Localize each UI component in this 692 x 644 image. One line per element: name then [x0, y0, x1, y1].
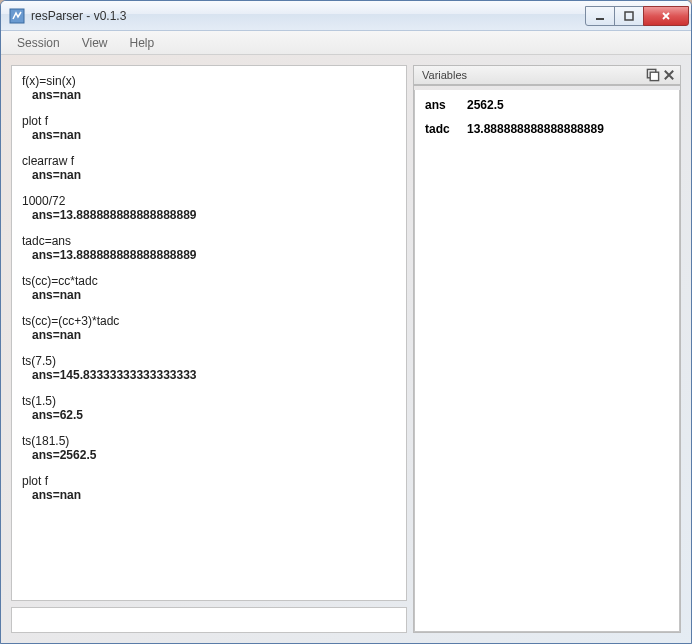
menu-view[interactable]: View [72, 33, 118, 53]
variable-value: 2562.5 [467, 98, 504, 112]
window-title: resParser - v0.1.3 [31, 9, 586, 23]
console-input-line: tadc=ans [22, 234, 396, 248]
console-entry: f(x)=sin(x)ans=nan [22, 74, 396, 102]
menu-session[interactable]: Session [7, 33, 70, 53]
app-window: resParser - v0.1.3 Session View Help f(x… [0, 0, 692, 644]
app-icon [9, 8, 25, 24]
variables-panel-title: Variables [422, 69, 467, 81]
console-entry: ts(cc)=cc*tadcans=nan [22, 274, 396, 302]
console-output-line: ans=nan [22, 328, 396, 342]
svg-rect-4 [650, 72, 658, 80]
variables-panel-header[interactable]: Variables [413, 65, 681, 85]
console-entry: plot fans=nan [22, 114, 396, 142]
maximize-button[interactable] [614, 6, 644, 26]
console-output-line: ans=2562.5 [22, 448, 396, 462]
console-input-line: clearraw f [22, 154, 396, 168]
console-entry: plot fans=nan [22, 474, 396, 502]
variable-value: 13.888888888888888889 [467, 122, 604, 136]
menu-help[interactable]: Help [120, 33, 165, 53]
console-output[interactable]: f(x)=sin(x)ans=nanplot fans=nanclearraw … [11, 65, 407, 601]
console-input-line: ts(cc)=cc*tadc [22, 274, 396, 288]
variables-panel: ans2562.5tadc13.888888888888888889 [414, 90, 680, 632]
close-button[interactable] [643, 6, 689, 26]
console-entry: ts(7.5)ans=145.83333333333333333 [22, 354, 396, 382]
menubar: Session View Help [1, 31, 691, 55]
console-output-line: ans=13.888888888888888889 [22, 208, 396, 222]
svg-rect-2 [625, 12, 633, 20]
console-input-line: ts(1.5) [22, 394, 396, 408]
console-output-line: ans=145.83333333333333333 [22, 368, 396, 382]
console-entry: 1000/72ans=13.888888888888888889 [22, 194, 396, 222]
command-input[interactable] [11, 607, 407, 633]
console-input-line: plot f [22, 114, 396, 128]
console-entry: ts(cc)=(cc+3)*tadcans=nan [22, 314, 396, 342]
undock-icon[interactable] [646, 68, 660, 82]
console-input-line: 1000/72 [22, 194, 396, 208]
close-panel-icon[interactable] [662, 68, 676, 82]
window-buttons [586, 6, 689, 26]
left-column: f(x)=sin(x)ans=nanplot fans=nanclearraw … [11, 65, 407, 633]
console-input-line: ts(cc)=(cc+3)*tadc [22, 314, 396, 328]
console-output-line: ans=nan [22, 88, 396, 102]
console-output-line: ans=nan [22, 168, 396, 182]
variable-name: tadc [425, 122, 467, 136]
console-entry: ts(1.5)ans=62.5 [22, 394, 396, 422]
console-output-line: ans=nan [22, 288, 396, 302]
console-output-line: ans=62.5 [22, 408, 396, 422]
svg-rect-1 [596, 18, 604, 20]
console-output-line: ans=nan [22, 128, 396, 142]
variable-row[interactable]: tadc13.888888888888888889 [425, 122, 669, 136]
client-area: f(x)=sin(x)ans=nanplot fans=nanclearraw … [1, 55, 691, 643]
right-column: Variables ans2562.5tadc13.88888888888888… [413, 65, 681, 633]
console-output-line: ans=13.888888888888888889 [22, 248, 396, 262]
variable-name: ans [425, 98, 467, 112]
variable-row[interactable]: ans2562.5 [425, 98, 669, 112]
console-input-line: f(x)=sin(x) [22, 74, 396, 88]
console-input-line: ts(181.5) [22, 434, 396, 448]
console-output-line: ans=nan [22, 488, 396, 502]
variables-panel-outer: ans2562.5tadc13.888888888888888889 [413, 85, 681, 633]
console-entry: clearraw fans=nan [22, 154, 396, 182]
console-entry: tadc=ansans=13.888888888888888889 [22, 234, 396, 262]
console-input-line: ts(7.5) [22, 354, 396, 368]
console-input-line: plot f [22, 474, 396, 488]
minimize-button[interactable] [585, 6, 615, 26]
console-entry: ts(181.5)ans=2562.5 [22, 434, 396, 462]
titlebar[interactable]: resParser - v0.1.3 [1, 1, 691, 31]
